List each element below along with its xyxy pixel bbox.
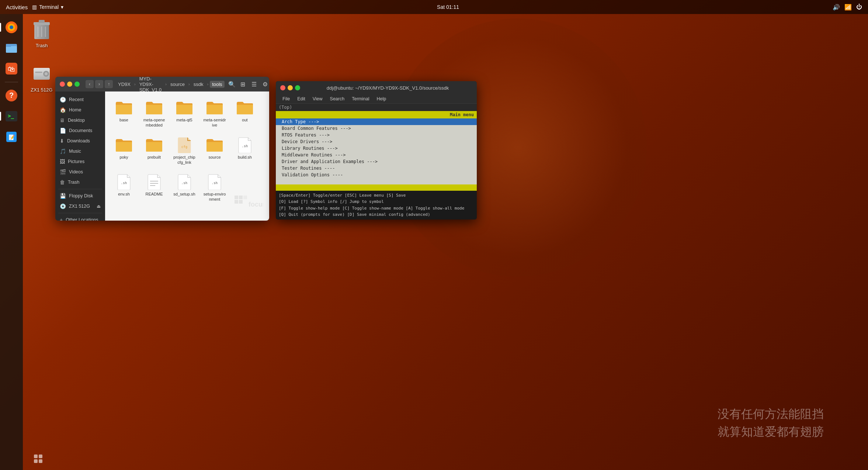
term-menu-view[interactable]: View (309, 95, 326, 103)
dock-icon-libreoffice[interactable]: 📝 (3, 128, 20, 146)
term-maximize-button[interactable] (295, 85, 300, 90)
fm-menu-button[interactable]: ☰ (250, 80, 258, 89)
floppy-icon: 💾 (60, 193, 66, 199)
svg-text:📝: 📝 (8, 134, 15, 141)
app-grid-button[interactable] (30, 451, 48, 469)
fm-close-button[interactable] (60, 82, 65, 87)
fm-folder-prebuilt[interactable]: prebuilt (141, 135, 167, 167)
fm-search-button[interactable]: 🔍 (228, 80, 236, 89)
term-menu-file[interactable]: File (279, 95, 294, 103)
fm-sidebar-floppy-label: Floppy Disk (69, 193, 93, 198)
fm-file-sd-setup[interactable]: .sh sd_setup.sh (171, 172, 197, 204)
fm-folder-source[interactable]: source (202, 135, 228, 167)
fm-sidebar-home[interactable]: 🏠 Home (55, 105, 105, 115)
music-icon: 🎵 (60, 148, 66, 154)
fm-folder-base[interactable]: base (111, 97, 137, 130)
documents-icon: 📄 (60, 128, 66, 134)
fm-sidebar-other-label: Other Locations (66, 217, 98, 221)
fm-breadcrumb-sdk[interactable]: MYD-YD9X-SDK_V1.0 (137, 77, 164, 93)
fm-folder-out[interactable]: out (232, 97, 258, 130)
fm-sidebar-documents[interactable]: 📄 Documents (55, 125, 105, 136)
fm-sidebar-pictures[interactable]: 🖼 Pictures (55, 156, 105, 167)
term-entry-board-common[interactable]: Board Common Features ---> (276, 125, 477, 132)
fm-sidebar-desktop[interactable]: 🖥 Desktop (55, 115, 105, 125)
desktop-trash-icon[interactable]: Trash (25, 18, 58, 48)
term-entry-rtos[interactable]: RTOS Features ---> (276, 132, 477, 138)
topbar-left: Activities ▥ Terminal ▾ (6, 4, 63, 10)
fm-sidebar-videos-label: Videos (69, 169, 83, 174)
pictures-icon: 🖼 (60, 159, 65, 165)
fm-view-toggle[interactable]: ⊞ (239, 80, 247, 89)
dock-icon-files[interactable] (3, 39, 20, 57)
fm-sidebar-desktop-label: Desktop (68, 118, 85, 123)
term-hint-1: [Space/Enter] Toggle/enter [ESC] Leave m… (279, 192, 474, 199)
fm-file-build-sh[interactable]: .sh build.sh (232, 135, 258, 167)
term-entry-validation[interactable]: Validation Options ---- (276, 172, 477, 178)
desktop-drive-icon[interactable]: ZX1 512G (25, 62, 58, 93)
fm-sidebar-downloads[interactable]: ⬇ Downloads (55, 136, 105, 146)
fm-file-project-link[interactable]: cfg project_chipcfg_link (171, 135, 197, 167)
fm-sidebar-music-label: Music (69, 149, 81, 154)
topbar-clock: Sat 01:11 (437, 4, 459, 10)
term-entry-middleware[interactable]: Middleware Routines ---> (276, 152, 477, 158)
fm-back-button[interactable]: ‹ (86, 80, 94, 88)
svg-rect-27 (146, 105, 162, 114)
fm-settings-button[interactable]: ⚙ (261, 80, 269, 89)
term-entry-library[interactable]: Library Routines ---> (276, 145, 477, 152)
fm-sidebar-pictures-label: Pictures (68, 159, 84, 164)
fm-sidebar-videos[interactable]: 🎬 Videos (55, 167, 105, 177)
term-entry-driver-examples[interactable]: Driver and Application Examples ---> (276, 158, 477, 165)
fm-folder-meta-semidrive[interactable]: meta-semidrive (202, 97, 228, 130)
fm-sidebar-floppy[interactable]: 💾 Floppy Disk (55, 191, 105, 201)
fm-up-button[interactable]: ↑ (105, 80, 113, 88)
term-menu-terminal[interactable]: Terminal (348, 95, 373, 103)
term-entry-device-drivers[interactable]: Device Drivers ---> (276, 138, 477, 145)
term-menu-help[interactable]: Help (373, 95, 390, 103)
term-minimize-button[interactable] (288, 85, 293, 90)
folder-source-label: source (208, 155, 221, 160)
fm-sidebar-home-label: Home (69, 107, 81, 113)
fm-sidebar-zx1[interactable]: 💿 ZX1 512G ⏏ (55, 201, 105, 211)
dock-icon-help[interactable]: ? (3, 87, 20, 104)
term-menu-search[interactable]: Search (326, 95, 348, 103)
fm-sidebar-music[interactable]: 🎵 Music (55, 146, 105, 156)
file-link-icon: cfg (176, 137, 193, 153)
topbar-right: 🔊 📶 ⏻ (833, 4, 862, 11)
dock-icon-software[interactable]: 🛍 (3, 60, 20, 77)
file-env-icon: .sh (115, 174, 133, 190)
fm-eject-icon[interactable]: ⏏ (97, 204, 101, 209)
svg-point-2 (10, 25, 13, 29)
term-entry-tester[interactable]: Tester Routines ---- (276, 165, 477, 172)
term-hint-4: [Q] Quit (prompts for save) [D] Save min… (279, 211, 474, 218)
fm-folder-meta-openembedded[interactable]: meta-openembedded (141, 97, 167, 130)
activities-button[interactable]: Activities (6, 4, 28, 10)
fm-sidebar-trash[interactable]: 🗑 Trash (55, 177, 105, 187)
network-icon[interactable]: 📶 (844, 4, 852, 11)
fm-minimize-button[interactable] (67, 82, 72, 87)
dock-icon-terminal[interactable]: >_ (3, 107, 20, 125)
app-menu[interactable]: ▥ Terminal ▾ (32, 4, 63, 10)
dock-icon-firefox[interactable] (3, 18, 20, 36)
speaker-icon[interactable]: 🔊 (833, 4, 840, 11)
fm-folder-meta-qt5[interactable]: meta-qt5 (171, 97, 197, 130)
fm-folder-poky[interactable]: poky (111, 135, 137, 167)
fm-breadcrumb-yd9x[interactable]: YD9X (116, 81, 133, 88)
fm-file-readme[interactable]: README (141, 172, 167, 204)
fm-breadcrumb-tools[interactable]: tools (210, 81, 224, 88)
file-manager-window: ‹ › ↑ YD9X › MYD-YD9X-SDK_V1.0 › source … (55, 77, 269, 221)
term-entry-arch-type[interactable]: Arch Type ---> (276, 118, 477, 125)
fm-file-setup-env[interactable]: .sh setup-environment (202, 172, 228, 204)
term-menu-edit[interactable]: Edit (294, 95, 309, 103)
fm-forward-button[interactable]: › (95, 80, 103, 88)
fm-maximize-button[interactable] (74, 82, 80, 87)
power-icon[interactable]: ⏻ (856, 4, 862, 10)
fm-breadcrumb-source[interactable]: source (168, 81, 187, 88)
recent-icon: 🕐 (60, 97, 66, 103)
term-close-button[interactable] (280, 85, 285, 90)
fm-file-env-sh[interactable]: .sh env.sh (111, 172, 137, 204)
fm-breadcrumb-ssdk[interactable]: ssdk (191, 81, 206, 88)
fm-sidebar-recent[interactable]: 🕐 Recent (55, 94, 105, 105)
term-top-label: (Top) (276, 104, 477, 111)
fm-sidebar-other-locations[interactable]: + Other Locations (55, 215, 105, 221)
svg-text:>_: >_ (8, 113, 14, 119)
